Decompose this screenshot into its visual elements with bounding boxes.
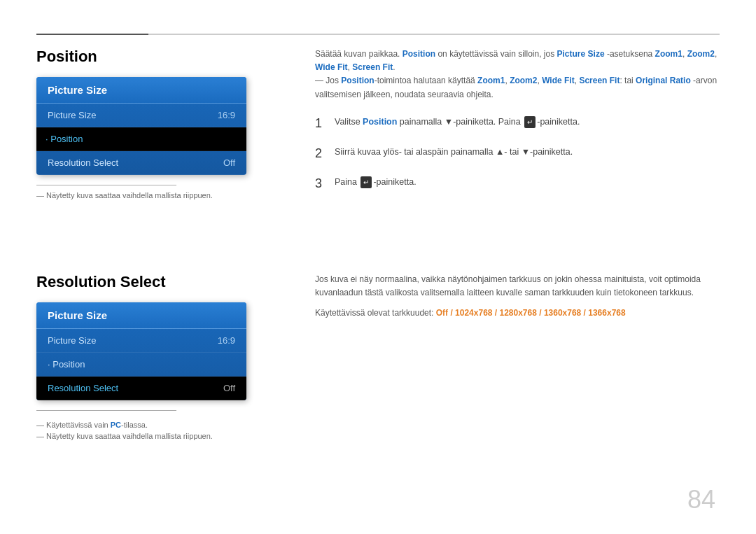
position-intro: Säätää kuvan paikkaa. Position on käytet… (315, 48, 720, 101)
position-note: — Näytetty kuva saattaa vaihdella mallis… (36, 191, 288, 199)
position-section: Position Picture Size Picture Size 16:9 … (36, 48, 288, 199)
intro-position2: Position (341, 76, 374, 85)
intro-highlight-zoom: Zoom1 (655, 49, 682, 59)
step-1-number: 1 (315, 114, 335, 133)
position-divider (36, 185, 176, 185)
intro-zoom4: Zoom2 (510, 76, 537, 85)
intro-wf2: Wide Fit (542, 76, 575, 85)
step-1: 1 Valitse Position painamalla ▼-painiket… (315, 115, 720, 133)
intro-comma1: , (682, 49, 687, 59)
res-note-1: — Käytettävissä vain PC-tilassa. (36, 421, 288, 429)
res-position-label: · Position (48, 359, 85, 370)
intro-text4: -toimintoa halutaan käyttää (374, 76, 477, 85)
step-3: 3 Paina ↵-painiketta. (315, 176, 720, 193)
top-line-accent (36, 34, 148, 35)
res-note-2: — Näytetty kuva saattaa vaihdella mallis… (36, 432, 288, 440)
step-2-number: 2 (315, 144, 335, 163)
intro-comma2: , (715, 49, 717, 59)
resolution-menu-box: Picture Size Picture Size 16:9 · Positio… (36, 302, 246, 400)
position-picture-size-item[interactable]: Picture Size 16:9 (36, 104, 246, 127)
resolution-title: Resolution Select (36, 273, 288, 291)
picture-size-value: 16:9 (218, 110, 235, 120)
position-menu-box: Picture Size Picture Size 16:9 · Positio… (36, 77, 246, 175)
step1-icon: ↵ (524, 116, 536, 128)
step-3-number: 3 (315, 174, 335, 193)
res-resolution-label: Resolution Select (48, 383, 118, 393)
position-item[interactable]: · Position (36, 127, 246, 151)
resolution-select-value: Off (223, 157, 235, 168)
resolution-values: Käytettävissä olevat tarkkuudet: Off / 1… (315, 307, 720, 320)
step-2: 2 Siirrä kuvaa ylös- tai alaspäin painam… (315, 146, 720, 163)
resolution-notes: — Käytettävissä vain PC-tilassa. — Näyte… (36, 421, 288, 440)
intro-or: Original Ratio (636, 76, 691, 85)
position-menu-header: Picture Size (36, 77, 246, 104)
intro-zoom3: Zoom1 (477, 76, 505, 85)
page-number: 84 (687, 485, 715, 514)
step-2-text: Siirrä kuvaa ylös- tai alaspäin painamal… (335, 146, 720, 159)
step3-icon: ↵ (360, 176, 372, 188)
position-resolution-select-item[interactable]: Resolution Select Off (36, 151, 246, 175)
res-rest: / 1024x768 / 1280x768 / 1360x768 / 1366x… (448, 308, 626, 318)
intro-highlight-picturesize: Picture Size (557, 49, 605, 59)
intro-highlight-position: Position (402, 49, 435, 59)
intro-highlight-zoom2: Zoom2 (687, 49, 715, 59)
resolution-menu-header: Picture Size (36, 302, 246, 329)
res-picture-size-label: Picture Size (48, 335, 96, 346)
intro-sf2: Screen Fit (579, 76, 620, 85)
step-3-text: Paina ↵-painiketta. (335, 176, 720, 189)
intro-text1: Säätää kuvan paikkaa. (315, 49, 402, 59)
intro-dash: — Jos (315, 76, 341, 85)
position-title: Position (36, 48, 288, 66)
res-values-prefix: Käytettävissä olevat tarkkuudet: (315, 308, 436, 318)
position-right-col: Säätää kuvan paikkaa. Position on käytet… (315, 48, 720, 206)
resolution-desc: Jos kuva ei näy normaalina, vaikka näytö… (315, 273, 720, 300)
resolution-section: Resolution Select Picture Size Picture S… (36, 273, 288, 443)
intro-period: . (393, 62, 395, 72)
res-off: Off (436, 308, 448, 318)
resolution-select-label: Resolution Select (48, 157, 118, 168)
res-position-item[interactable]: · Position (36, 353, 246, 377)
res-picture-size-item[interactable]: Picture Size 16:9 (36, 329, 246, 353)
intro-c7: : tai (620, 76, 636, 85)
resolution-divider (36, 410, 176, 411)
intro-highlight-widefit: Wide Fit (315, 62, 348, 72)
step-list: 1 Valitse Position painamalla ▼-painiket… (315, 115, 720, 193)
position-label: · Position (46, 134, 83, 144)
res-resolution-select-item[interactable]: Resolution Select Off (36, 377, 246, 400)
res-resolution-value: Off (223, 383, 235, 393)
intro-highlight-screenfit: Screen Fit (352, 62, 393, 72)
res-note-pc: PC (111, 421, 121, 429)
step1-position-highlight: Position (363, 117, 397, 127)
res-picture-size-value: 16:9 (218, 335, 235, 346)
resolution-right-col: Jos kuva ei näy normaalina, vaikka näytö… (315, 273, 720, 321)
intro-text3: -asetuksena (605, 49, 655, 59)
picture-size-label: Picture Size (48, 110, 96, 120)
intro-text2: on käytettävissä vain silloin, jos (435, 49, 556, 59)
step-1-text: Valitse Position painamalla ▼-painiketta… (335, 115, 720, 129)
